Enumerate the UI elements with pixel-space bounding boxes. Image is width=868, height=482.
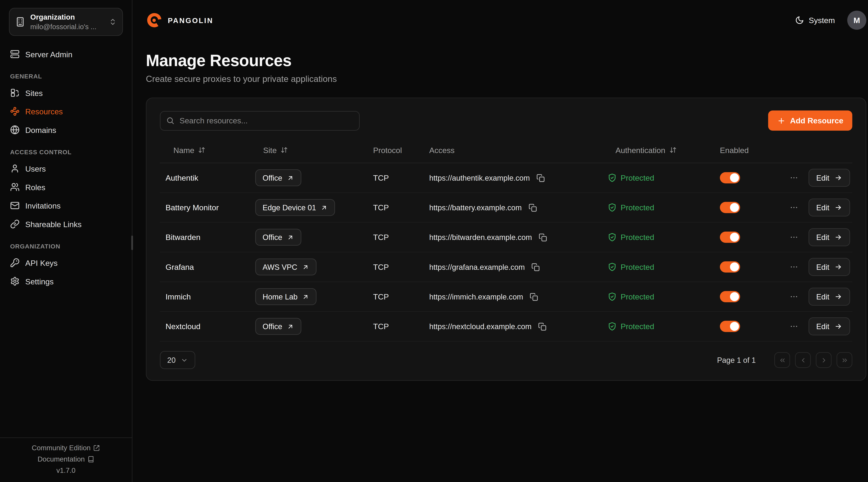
- sidebar-resize-handle[interactable]: [131, 235, 133, 250]
- sidebar-item-resources[interactable]: Resources: [0, 102, 132, 121]
- column-header-authentication[interactable]: Authentication: [602, 146, 714, 155]
- edit-button[interactable]: Edit: [808, 228, 850, 246]
- resource-url: https://grafana.example.com: [429, 263, 525, 271]
- next-page-button[interactable]: [816, 352, 831, 368]
- brand-name: PANGOLIN: [168, 16, 213, 24]
- edit-button[interactable]: Edit: [808, 317, 850, 335]
- copy-url-button[interactable]: [538, 232, 548, 243]
- sidebar-item-api-keys[interactable]: API Keys: [0, 254, 132, 272]
- row-menu-button[interactable]: [787, 201, 801, 214]
- sidebar-item-label: Sites: [25, 89, 43, 97]
- column-header-site[interactable]: Site: [250, 146, 368, 155]
- enabled-toggle[interactable]: [720, 202, 740, 213]
- theme-toggle-button[interactable]: System: [795, 15, 835, 25]
- site-link-button[interactable]: Edge Device 01: [255, 199, 335, 216]
- arrow-right-icon: [834, 233, 842, 241]
- documentation-label: Documentation: [37, 455, 85, 463]
- documentation-link[interactable]: Documentation: [37, 455, 94, 463]
- add-resource-button[interactable]: Add Resource: [768, 110, 852, 131]
- sidebar-item-users[interactable]: Users: [0, 159, 132, 178]
- copy-url-button[interactable]: [527, 202, 538, 213]
- row-menu-button[interactable]: [787, 290, 801, 303]
- resource-url: https://battery.example.com: [429, 203, 522, 212]
- edit-button[interactable]: Edit: [808, 169, 850, 187]
- row-menu-button[interactable]: [787, 171, 801, 185]
- copy-icon: [532, 263, 540, 271]
- edit-button[interactable]: Edit: [808, 198, 850, 216]
- row-menu-button[interactable]: [787, 320, 801, 333]
- chevron-left-icon: [799, 356, 807, 364]
- enabled-toggle[interactable]: [720, 321, 740, 332]
- row-menu-button[interactable]: [787, 230, 801, 244]
- sidebar-item-label: Settings: [25, 277, 54, 286]
- arrow-right-icon: [834, 293, 842, 300]
- sidebar-item-label: API Keys: [25, 259, 58, 267]
- resource-name: Battery Monitor: [160, 203, 250, 212]
- plus-icon: [777, 117, 785, 125]
- resources-card: Add Resource Name Site Protocol Access: [146, 97, 866, 381]
- site-link-button[interactable]: AWS VPC: [255, 259, 316, 275]
- edit-button[interactable]: Edit: [808, 288, 850, 306]
- enabled-toggle[interactable]: [720, 232, 740, 243]
- sidebar-item-label: Server Admin: [25, 50, 72, 59]
- arrow-up-right-icon: [302, 293, 309, 300]
- ellipsis-icon: [789, 233, 798, 242]
- sidebar-item-sites[interactable]: Sites: [0, 84, 132, 102]
- copy-icon: [530, 292, 538, 301]
- site-link-button[interactable]: Office: [255, 229, 301, 246]
- page-title: Manage Resources: [146, 52, 866, 70]
- copy-url-button[interactable]: [535, 172, 546, 183]
- sidebar-item-roles[interactable]: Roles: [0, 178, 132, 197]
- last-page-button[interactable]: [837, 352, 852, 368]
- edit-button[interactable]: Edit: [808, 258, 850, 276]
- pagination: 20 Page 1 of 1: [160, 351, 852, 369]
- sidebar-item-shareable-links[interactable]: Shareable Links: [0, 215, 132, 233]
- arrow-up-right-icon: [287, 323, 294, 330]
- search-input[interactable]: [160, 111, 360, 130]
- sidebar: Organization milo@fossorial.io's ... Ser…: [0, 0, 132, 482]
- resources-icon: [10, 107, 20, 116]
- enabled-toggle[interactable]: [720, 261, 740, 272]
- auth-status: Protected: [602, 173, 714, 182]
- resource-url: https://bitwarden.example.com: [429, 233, 532, 242]
- sidebar-item-domains[interactable]: Domains: [0, 121, 132, 139]
- sidebar-item-server-admin[interactable]: Server Admin: [0, 45, 132, 64]
- sidebar-item-invitations[interactable]: Invitations: [0, 197, 132, 215]
- previous-page-button[interactable]: [795, 352, 811, 368]
- copy-url-button[interactable]: [529, 291, 539, 302]
- ellipsis-icon: [789, 262, 798, 271]
- ellipsis-icon: [789, 203, 798, 212]
- enabled-toggle[interactable]: [720, 172, 740, 183]
- copy-icon: [538, 322, 547, 330]
- site-link-button[interactable]: Home Lab: [255, 288, 317, 305]
- toggle-knob: [730, 322, 739, 331]
- row-menu-button[interactable]: [787, 260, 801, 274]
- resource-url: https://immich.example.com: [429, 292, 523, 301]
- resource-protocol: TCP: [368, 322, 424, 331]
- resource-url: https://nextcloud.example.com: [429, 322, 532, 330]
- column-header-name[interactable]: Name: [160, 146, 250, 155]
- site-link-button[interactable]: Office: [255, 318, 301, 335]
- shield-check-icon: [608, 233, 617, 242]
- chevrons-right-icon: [841, 356, 848, 364]
- arrow-up-right-icon: [302, 263, 309, 270]
- app-window: Organization milo@fossorial.io's ... Ser…: [0, 0, 868, 482]
- copy-url-button[interactable]: [537, 321, 548, 331]
- auth-status: Protected: [602, 203, 714, 212]
- community-edition-link[interactable]: Community Edition: [32, 444, 100, 452]
- resource-protocol: TCP: [368, 203, 424, 212]
- main-content: PANGOLIN System M Manage Resources Creat…: [132, 0, 868, 482]
- copy-url-button[interactable]: [530, 262, 541, 272]
- sort-icon: [198, 147, 206, 154]
- moon-icon: [795, 15, 804, 25]
- sidebar-item-settings[interactable]: Settings: [0, 272, 132, 291]
- brand[interactable]: PANGOLIN: [146, 12, 213, 29]
- sidebar-item-label: Roles: [25, 183, 45, 192]
- enabled-toggle[interactable]: [720, 291, 740, 302]
- org-selector[interactable]: Organization milo@fossorial.io's ...: [9, 8, 123, 36]
- first-page-button[interactable]: [774, 352, 790, 368]
- page-size-select[interactable]: 20: [160, 351, 195, 369]
- site-link-button[interactable]: Office: [255, 169, 301, 186]
- resource-name: Authentik: [160, 173, 250, 182]
- avatar[interactable]: M: [847, 10, 866, 30]
